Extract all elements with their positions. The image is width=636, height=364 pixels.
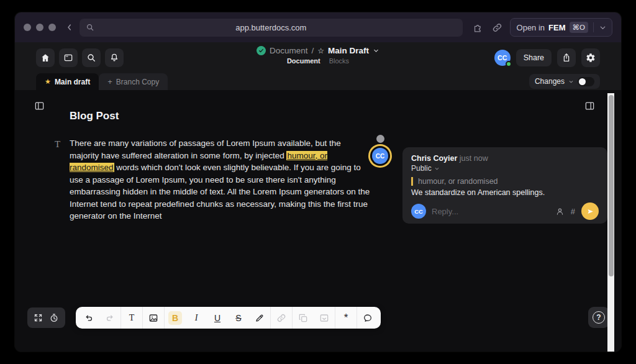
tab-document[interactable]: Document xyxy=(287,57,320,65)
send-reply-button[interactable] xyxy=(581,202,599,220)
url-bar[interactable]: app.butterdocs.com xyxy=(80,19,463,37)
minimize-window-button[interactable] xyxy=(36,24,43,31)
left-panel-toggle[interactable] xyxy=(32,99,46,112)
back-button[interactable] xyxy=(65,22,75,32)
close-window-button[interactable] xyxy=(24,24,31,31)
open-in-app-button[interactable]: Open in FEM ⌘O xyxy=(510,18,612,37)
scrollbar-thumb[interactable] xyxy=(609,95,614,276)
redo-button[interactable] xyxy=(99,307,120,329)
divider xyxy=(593,22,594,32)
panel-right-icon xyxy=(584,101,595,111)
search-button[interactable] xyxy=(82,48,101,67)
copy-icon xyxy=(298,313,308,323)
italic-button[interactable]: I xyxy=(186,307,207,329)
comment-author[interactable]: Chris Coyier xyxy=(411,154,457,163)
share-button[interactable]: Share xyxy=(516,49,552,66)
star-outline-icon[interactable]: ☆ xyxy=(317,47,324,55)
user-avatar[interactable]: CC xyxy=(494,50,511,66)
chevron-down-icon xyxy=(568,79,574,84)
reply-input[interactable] xyxy=(432,207,550,216)
question-icon: ? xyxy=(593,311,605,324)
undo-button[interactable] xyxy=(78,307,99,329)
screen: app.butterdocs.com Open in FEM ⌘O xyxy=(0,0,636,364)
strikethrough-button[interactable]: S xyxy=(228,307,249,329)
inbox-icon xyxy=(319,313,329,323)
right-panel-toggle[interactable] xyxy=(583,99,596,112)
tab-blocks[interactable]: Blocks xyxy=(329,57,349,65)
tab-main-draft[interactable]: ★ Main draft xyxy=(36,73,99,90)
help-button[interactable]: ? xyxy=(588,307,609,328)
export-button[interactable] xyxy=(557,48,576,67)
search-icon xyxy=(86,53,96,63)
paragraph-text-after: words which don't look even slightly bel… xyxy=(70,163,370,221)
text-style-button[interactable]: T xyxy=(121,307,142,329)
pen-icon xyxy=(255,313,265,323)
duplicate-button[interactable] xyxy=(293,307,314,329)
nav-icons xyxy=(36,48,124,67)
avatar-initials: CC xyxy=(414,208,423,215)
document-title[interactable]: Blog Post xyxy=(70,110,119,122)
home-icon xyxy=(40,53,50,63)
chevron-down-icon[interactable] xyxy=(599,24,607,32)
text-block-icon[interactable]: T xyxy=(55,139,60,150)
browser-chrome: app.butterdocs.com Open in FEM ⌘O xyxy=(15,12,621,42)
comment-quote: humour, or randomised xyxy=(411,177,599,186)
scrollbar-track[interactable] xyxy=(607,93,614,352)
app-header: Document / ☆ Main Draft Document Blocks … xyxy=(15,42,621,73)
url-text: app.butterdocs.com xyxy=(80,23,463,32)
formatting-toolbar: T B I U S xyxy=(76,307,381,329)
chevron-down-icon xyxy=(434,166,440,171)
send-icon xyxy=(586,207,594,216)
paragraph-block[interactable]: There are many variations of passages of… xyxy=(70,137,370,222)
insert-link-button[interactable] xyxy=(271,307,292,329)
reply-actions: # xyxy=(555,202,599,220)
online-status-dot xyxy=(506,61,512,67)
breadcrumb-title[interactable]: Main Draft xyxy=(328,46,369,55)
changes-toggle[interactable] xyxy=(578,77,594,86)
fullscreen-button[interactable] xyxy=(34,313,43,322)
tab-main-draft-label: Main draft xyxy=(55,78,90,86)
breadcrumb-separator: / xyxy=(311,46,314,55)
save-block-button[interactable] xyxy=(314,307,335,329)
changes-control[interactable]: Changes xyxy=(529,74,600,89)
expand-icon xyxy=(34,313,43,322)
undo-icon xyxy=(84,313,94,323)
history-button[interactable] xyxy=(49,313,59,323)
share-label: Share xyxy=(524,53,544,62)
comment-pin-dot[interactable] xyxy=(376,135,384,143)
link-icon[interactable] xyxy=(492,22,502,33)
mention-icon[interactable] xyxy=(555,207,565,216)
comment-button[interactable] xyxy=(357,307,378,329)
notifications-button[interactable] xyxy=(105,48,124,67)
redo-icon xyxy=(105,313,115,323)
comment-visibility[interactable]: Public xyxy=(411,164,599,173)
highlight-button[interactable] xyxy=(249,307,270,329)
plus-icon: + xyxy=(107,77,112,86)
tab-branch-copy[interactable]: + Branch Copy xyxy=(99,73,168,90)
open-in-app-name: FEM xyxy=(548,23,565,32)
image-icon xyxy=(148,313,158,323)
breadcrumb[interactable]: Document / ☆ Main Draft xyxy=(257,46,379,55)
comment-author-avatar[interactable]: CC xyxy=(372,148,388,164)
footnote-button[interactable]: * xyxy=(335,307,357,329)
insert-image-button[interactable] xyxy=(143,307,164,329)
projects-button[interactable] xyxy=(59,48,78,67)
saved-check-icon xyxy=(257,46,266,55)
settings-button[interactable] xyxy=(581,48,600,67)
breadcrumb-section[interactable]: Document xyxy=(270,46,308,55)
underline-button[interactable]: U xyxy=(207,307,228,329)
comment-anchor[interactable]: CC xyxy=(369,135,391,166)
bold-button[interactable]: B xyxy=(165,307,186,329)
avatar-initials: CC xyxy=(376,153,384,160)
chevron-down-icon[interactable] xyxy=(373,47,379,54)
home-button[interactable] xyxy=(36,48,55,67)
star-icon: ★ xyxy=(45,78,51,86)
toggle-knob xyxy=(579,78,586,85)
comment-timestamp: just now xyxy=(460,154,488,163)
hashtag-icon[interactable]: # xyxy=(571,207,575,216)
editor-canvas[interactable]: Blog Post T There are many variations of… xyxy=(15,90,621,352)
zoom-window-button[interactable] xyxy=(48,24,56,31)
comment-card[interactable]: Chris Coyier just now Public humour, or … xyxy=(402,147,607,224)
italic-glyph: I xyxy=(195,313,198,323)
extensions-icon[interactable] xyxy=(473,22,483,33)
